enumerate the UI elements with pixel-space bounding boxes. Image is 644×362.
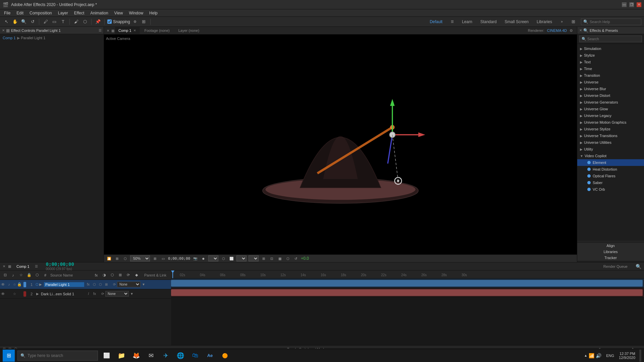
pixel-aspect-btn[interactable]: ▭ (160, 255, 166, 261)
view-options-btn[interactable]: ⊞ (261, 255, 267, 261)
renderer-settings-icon[interactable]: ⚙ (570, 28, 573, 33)
tl-parent-select-2[interactable]: None (105, 291, 129, 297)
effects-search-input[interactable] (579, 36, 642, 42)
view-dropdown[interactable]: 1 View (249, 255, 259, 261)
snapping-checkbox[interactable] (107, 19, 112, 24)
maximize-button[interactable]: ❐ (629, 2, 634, 7)
workspace-small-screen[interactable]: Small Screen (503, 19, 531, 25)
tl-switch-normal-2[interactable]: / (86, 291, 91, 297)
tl-track-bar-1[interactable] (171, 280, 643, 287)
taskbar-icon-explorer[interactable]: 📁 (115, 350, 127, 362)
tl-switch-fx-1[interactable]: fx (86, 282, 91, 287)
tl-audio-btn[interactable]: ♪ (10, 272, 16, 278)
tl-motion-blur-btn[interactable]: ◑ (101, 272, 107, 278)
menu-layer[interactable]: Layer (55, 10, 71, 16)
effects-cat-simulation[interactable]: ▶ Simulation (577, 45, 644, 52)
effects-cat-text[interactable]: ▶ Text (577, 59, 644, 65)
tl-close-btn[interactable]: ✕ (3, 264, 5, 268)
tl-layer-name-1[interactable]: Parallel Light 1 (44, 282, 84, 287)
effects-item-optical-flares[interactable]: Optical Flares (577, 173, 644, 179)
color-btn[interactable]: ● (200, 255, 206, 261)
snapping-options-btn[interactable]: ⚙ (131, 18, 139, 25)
taskview-btn[interactable]: ⬜ (101, 350, 113, 362)
menu-help[interactable]: Help (147, 10, 160, 16)
effects-item-element[interactable]: Element (577, 159, 644, 166)
start-button[interactable]: ⊞ (3, 350, 15, 362)
tl-visibility-2[interactable]: 👁 (0, 292, 6, 296)
tl-keys-btn[interactable]: ◆ (133, 272, 140, 278)
tl-layer-name-2[interactable]: Dark Li...een Solid 1 (41, 292, 85, 296)
panel-menu-icon[interactable]: ☰ (99, 28, 102, 32)
viewer-guide-btn[interactable]: ⬡ (122, 255, 128, 261)
shape-tool[interactable]: ▭ (51, 18, 58, 25)
camera-snap-btn[interactable]: 📷 (192, 255, 198, 261)
view-mode-btn[interactable]: ⊡ (269, 255, 275, 261)
taskbar-icon-edge[interactable]: 🌐 (174, 350, 186, 362)
tl-track-bar-2[interactable] (171, 289, 643, 296)
tl-tab-comp1[interactable]: Comp 1 (14, 264, 32, 269)
search-input[interactable] (590, 20, 639, 24)
tl-switch-fx-2[interactable]: fx (92, 291, 97, 297)
effects-cat-universe-distort[interactable]: ▶ Universe Distort (577, 92, 644, 99)
tl-lock-all-btn[interactable]: 🔒 (26, 272, 32, 278)
workspace-learn[interactable]: Learn (460, 19, 474, 25)
effects-item-heat-distortion[interactable]: Heat Distortion (577, 166, 644, 173)
minimize-button[interactable]: — (622, 2, 627, 7)
effects-cat-universe-motion-graphics[interactable]: ▶ Universe Motion Graphics (577, 119, 644, 126)
close-button[interactable]: ✕ (637, 2, 641, 7)
breadcrumb-comp[interactable]: Comp 1 (3, 36, 16, 40)
effects-cat-universe-legacy[interactable]: ▶ Universe Legacy (577, 112, 644, 119)
puppet-tool[interactable]: 📌 (94, 18, 102, 25)
effects-cat-video-copilot[interactable]: ▼ Video Copilot (577, 153, 644, 159)
taskbar-icon-firefox[interactable]: 🦊 (130, 350, 142, 362)
tl-solo-all-btn[interactable]: ☆ (18, 272, 24, 278)
3d-render-btn[interactable]: ▦ (277, 255, 283, 261)
stamp-tool[interactable]: ⬡ (81, 18, 89, 25)
effects-cat-universe-utilities[interactable]: ▶ Universe Utilities (577, 139, 644, 146)
tl-tab-menu[interactable]: ☰ (35, 264, 38, 268)
brush-tool[interactable]: 🖌 (72, 18, 80, 25)
effects-cat-universe-blur[interactable]: ▶ Universe Blur (577, 85, 644, 92)
effects-item-vc-orb[interactable]: VC Orb (577, 186, 644, 193)
tl-render-queue-btn[interactable]: Render Queue (601, 264, 630, 269)
menu-animation[interactable]: Animation (88, 10, 111, 16)
reset-btn[interactable]: ↺ (293, 255, 299, 261)
effects-cat-universe-transitions[interactable]: ▶ Universe Transitions (577, 132, 644, 139)
comp-tab-close[interactable]: ✕ (105, 29, 111, 33)
tl-expand-1[interactable]: ▶ (39, 283, 44, 286)
libraries-btn[interactable]: Libraries (577, 249, 644, 255)
tl-layer-row-2[interactable]: 👁 ☆ 2 ▶ Dark Li...een Solid 1 / fx ⟳ Non… (0, 289, 171, 299)
tl-layer-row-1[interactable]: 👁 ♪ ☆ 🔒 1 ⬡ ▶ Parallel Light 1 fx ⬡ ⬡ ⊞ … (0, 280, 171, 289)
comp-tab-comp1[interactable]: Comp 1 ✕ (115, 27, 140, 34)
tl-parent-select-1[interactable]: None (117, 282, 141, 287)
taskbar-search-input[interactable] (28, 353, 95, 358)
tl-switch-3d-1[interactable]: ⊞ (104, 282, 109, 287)
fast-preview-btn[interactable]: ⬡ (220, 255, 226, 261)
tl-frame-blend-btn[interactable]: ⬡ (109, 272, 115, 278)
menu-edit[interactable]: Edit (14, 10, 26, 16)
tl-fx-btn[interactable]: fx (93, 272, 99, 278)
effects-item-saber[interactable]: Saber (577, 179, 644, 186)
tl-expand-2[interactable]: ▶ (36, 292, 41, 296)
toolbar-settings-icon[interactable]: ⊞ (570, 18, 577, 25)
timecode-display[interactable]: 0;00;00;00 (168, 256, 190, 261)
workspace-libraries[interactable]: Libraries (535, 19, 554, 25)
menu-file[interactable]: File (1, 10, 13, 16)
sys-tray-expand-icon[interactable]: ▲ (584, 354, 587, 357)
effects-cat-transition[interactable]: ▶ Transition (577, 72, 644, 79)
tl-switch-blur-1[interactable]: ⬡ (92, 282, 97, 287)
tl-visibility-1[interactable]: 👁 (0, 282, 6, 287)
effects-cat-utility[interactable]: ▶ Utility (577, 146, 644, 153)
comp-tab-close-icon[interactable]: ✕ (133, 29, 136, 32)
text-tool[interactable]: T (59, 18, 67, 25)
taskbar-icon-mail[interactable]: ✉ (145, 350, 157, 362)
menu-effect[interactable]: Effect (71, 10, 87, 16)
tracker-btn[interactable]: Tracker (577, 255, 644, 261)
zoom-dropdown[interactable]: 50%100%25% (130, 255, 150, 261)
quality-dropdown[interactable]: (Half) (208, 255, 218, 261)
zoom-tool[interactable]: 🔍 (20, 18, 28, 25)
taskbar-icon-telegram[interactable]: ✈ (160, 350, 172, 362)
effects-cat-universe-glow[interactable]: ▶ Universe Glow (577, 106, 644, 112)
effects-cat-universe-generators[interactable]: ▶ Universe Generators (577, 99, 644, 106)
tl-parent-chevron-2[interactable]: ▼ (130, 292, 133, 296)
